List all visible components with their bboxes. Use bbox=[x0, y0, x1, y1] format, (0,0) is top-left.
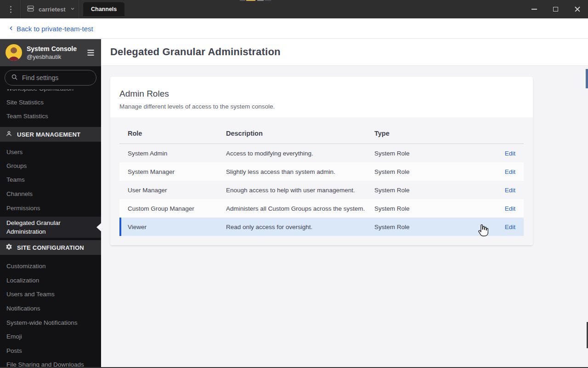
description-cell: Slightly less access than system admin. bbox=[226, 168, 374, 175]
role-cell: User Manager bbox=[128, 187, 226, 194]
sidebar-item-channels[interactable]: Channels bbox=[0, 187, 101, 201]
avatar[interactable] bbox=[6, 44, 22, 61]
type-cell: System Role bbox=[374, 168, 487, 175]
titlebar-artifact bbox=[257, 0, 264, 1]
admin-roles-card: Admin Roles Manage different levels of a… bbox=[110, 77, 533, 245]
sidebar-item-users-and-teams[interactable]: Users and Teams bbox=[0, 287, 101, 301]
description-cell: Administers all Custom Groups across the… bbox=[226, 205, 374, 212]
sidebar-item-emoji[interactable]: Emoji bbox=[0, 329, 101, 344]
active-item-notch bbox=[96, 223, 101, 231]
sidebar-item-team-statistics[interactable]: Team Statistics bbox=[0, 109, 101, 123]
edit-link[interactable]: Edit bbox=[505, 150, 515, 157]
server-name: carrietest bbox=[39, 6, 66, 13]
sidebar-item-system-wide-notifications[interactable]: System-wide Notifications bbox=[0, 316, 101, 330]
table-row-custom-group-manager[interactable]: Custom Group Manager Administers all Cus… bbox=[119, 199, 524, 218]
maximize-icon bbox=[553, 7, 558, 12]
type-cell: System Role bbox=[374, 150, 487, 157]
role-cell: Viewer bbox=[128, 224, 226, 230]
titlebar: carrietest Channels bbox=[0, 0, 588, 18]
gear-icon bbox=[6, 243, 12, 252]
titlebar-artifact bbox=[240, 0, 245, 1]
description-cell: Read only access for oversight. bbox=[226, 224, 374, 230]
titlebar-artifact bbox=[265, 0, 271, 1]
search-icon bbox=[11, 74, 18, 82]
sidebar-item-site-statistics[interactable]: Site Statistics bbox=[0, 95, 101, 109]
hamburger-menu-icon[interactable] bbox=[86, 48, 96, 58]
scrollbar-thumb[interactable] bbox=[586, 69, 588, 88]
tab-channels[interactable]: Channels bbox=[83, 2, 124, 16]
edit-link[interactable]: Edit bbox=[505, 187, 515, 194]
chevron-left-icon bbox=[8, 25, 14, 33]
sidebar-section-site-configuration: SITE CONFIGURATION bbox=[0, 240, 101, 255]
column-type: Type bbox=[374, 130, 487, 137]
admin-roles-table: Role Description Type System Admin Acces… bbox=[110, 117, 533, 245]
console-username: @yesbhautik bbox=[27, 53, 77, 60]
edit-link[interactable]: Edit bbox=[505, 224, 515, 230]
sidebar-item-notifications[interactable]: Notifications bbox=[0, 301, 101, 316]
table-row-system-admin[interactable]: System Admin Access to modifying everyth… bbox=[119, 144, 524, 162]
search-pill[interactable] bbox=[5, 70, 96, 86]
close-icon bbox=[574, 6, 581, 12]
user-icon bbox=[6, 130, 12, 138]
titlebar-divider bbox=[20, 0, 21, 18]
card-header: Admin Roles Manage different levels of a… bbox=[110, 77, 533, 117]
sidebar-section-user-management: USER MANAGEMENT bbox=[0, 127, 101, 142]
sidebar: System Console @yesbhautik Workspace Opt… bbox=[0, 39, 101, 368]
table-header-row: Role Description Type bbox=[119, 123, 524, 144]
role-cell: Custom Group Manager bbox=[128, 205, 226, 212]
table-row-viewer[interactable]: Viewer Read only access for oversight. S… bbox=[119, 218, 524, 236]
app-window: carrietest Channels Back to private-team… bbox=[0, 0, 588, 368]
titlebar-artifact bbox=[246, 0, 255, 1]
back-bar: Back to private-team-test bbox=[0, 18, 588, 39]
window-controls bbox=[523, 0, 588, 18]
maximize-button[interactable] bbox=[545, 0, 566, 18]
minimize-button[interactable] bbox=[523, 0, 545, 18]
table-row-user-manager[interactable]: User Manager Enough access to help with … bbox=[119, 181, 524, 199]
column-description: Description bbox=[226, 130, 374, 137]
sidebar-item-permissions[interactable]: Permissions bbox=[0, 201, 101, 215]
kebab-menu-icon[interactable] bbox=[7, 5, 14, 14]
sidebar-item-groups[interactable]: Groups bbox=[0, 159, 101, 173]
page-title: Delegated Granular Administration bbox=[110, 46, 281, 58]
search-input[interactable] bbox=[22, 74, 90, 81]
card-description: Manage different levels of access to the… bbox=[119, 103, 524, 110]
sidebar-header: System Console @yesbhautik bbox=[0, 39, 101, 66]
sidebar-item-file-sharing-and-downloads[interactable]: File Sharing and Downloads bbox=[0, 357, 101, 368]
main-header: Delegated Granular Administration bbox=[101, 39, 588, 66]
back-to-team-link[interactable]: Back to private-team-test bbox=[8, 18, 93, 39]
sidebar-item-customization[interactable]: Customization bbox=[0, 259, 101, 273]
sidebar-item-teams[interactable]: Teams bbox=[0, 172, 101, 187]
titlebar-divider bbox=[79, 0, 79, 18]
console-title: System Console bbox=[27, 45, 77, 52]
description-cell: Access to modifying everything. bbox=[226, 150, 374, 157]
sidebar-search bbox=[0, 66, 101, 89]
description-cell: Enough access to help with user manageme… bbox=[226, 187, 374, 194]
table-row-system-manager[interactable]: System Manager Slightly less access than… bbox=[119, 162, 524, 181]
sidebar-item-localization[interactable]: Localization bbox=[0, 273, 101, 288]
close-button[interactable] bbox=[566, 0, 588, 18]
minimize-icon bbox=[531, 9, 537, 10]
role-cell: System Manager bbox=[128, 168, 226, 175]
type-cell: System Role bbox=[374, 205, 487, 212]
chevron-down-icon bbox=[70, 5, 75, 13]
sidebar-item-delegated-granular-administration[interactable]: Delegated Granular Administration bbox=[0, 217, 101, 238]
server-icon bbox=[27, 5, 34, 14]
edit-link[interactable]: Edit bbox=[505, 205, 515, 212]
server-selector[interactable]: carrietest bbox=[27, 0, 75, 18]
sidebar-item-users[interactable]: Users bbox=[0, 145, 101, 159]
content-area: Admin Roles Manage different levels of a… bbox=[101, 66, 588, 368]
sidebar-item-posts[interactable]: Posts bbox=[0, 344, 101, 358]
type-cell: System Role bbox=[374, 187, 487, 194]
role-cell: System Admin bbox=[128, 150, 226, 157]
card-title: Admin Roles bbox=[119, 89, 524, 99]
type-cell: System Role bbox=[374, 224, 487, 230]
edit-link[interactable]: Edit bbox=[505, 168, 515, 175]
column-role: Role bbox=[128, 130, 226, 137]
